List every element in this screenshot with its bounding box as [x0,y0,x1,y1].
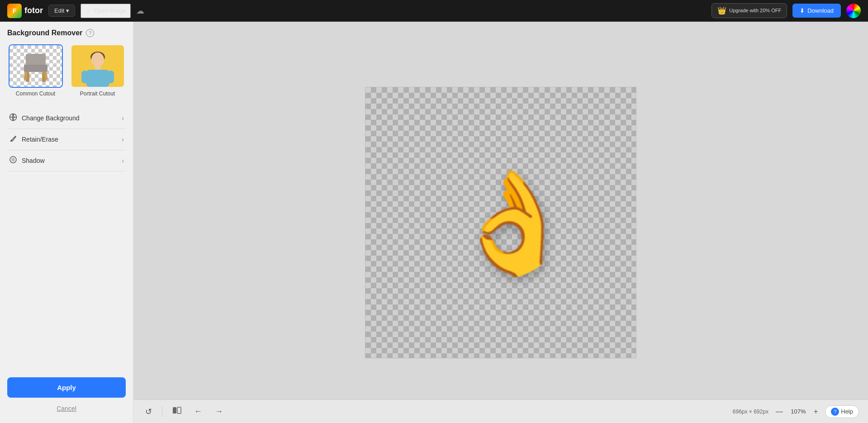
bottom-toolbar-left: ↺ ← → [142,403,226,420]
zoom-controls: — 107% + [772,406,821,418]
change-background-label: Change Background [22,114,80,122]
tools-list: Change Background › Retain/Erase › [7,108,126,171]
download-button[interactable]: ⬇ Download [792,4,841,18]
zoom-in-button[interactable]: + [810,406,821,418]
image-dimensions: 696px × 692px [733,409,768,415]
help-button[interactable]: ? Help [825,405,859,418]
edit-button[interactable]: Edit ▾ [48,5,75,17]
svg-rect-17 [173,407,176,413]
zoom-level: 107% [789,408,807,415]
chevron-down-icon: ▾ [66,7,69,14]
shadow-chevron: › [122,157,124,164]
plus-icon: ＋ [85,7,91,15]
retain-erase-option[interactable]: Retain/Erase › [7,129,126,150]
crown-icon: 👑 [717,6,726,15]
canvas-area: 👌 ↺ ← → 696px × 692px — 10 [133,22,868,423]
toolbar-divider-1 [162,406,162,417]
svg-point-7 [91,52,104,67]
hand-emoji: 👌 [451,173,575,272]
split-view-button[interactable] [170,403,184,420]
person-illustration [80,46,116,87]
svg-rect-8 [95,66,100,70]
shadow-option[interactable]: Shadow › [7,150,126,171]
sidebar: Background Remover ? [0,22,133,423]
help-circle-icon: ? [831,408,839,416]
svg-point-16 [11,158,15,162]
chair-illustration [18,48,54,84]
common-cutout-card[interactable]: Common Cutout [7,44,64,97]
color-wheel[interactable] [846,4,861,18]
change-background-icon [9,113,17,123]
svg-rect-1 [24,65,47,72]
bottom-toolbar-right: 696px × 692px — 107% + ? Help [733,405,859,418]
cloud-icon[interactable]: ☁ [136,6,144,16]
topbar: F fotor Edit ▾ ＋ Open Image ☁ 👑 Upgrade … [0,0,868,22]
bottom-toolbar: ↺ ← → 696px × 692px — 107% + [133,399,868,423]
sidebar-spacer [7,171,126,377]
topbar-left: F fotor Edit ▾ ＋ Open Image ☁ [7,4,144,18]
svg-rect-11 [108,71,114,83]
back-button[interactable]: ← [191,404,205,419]
sidebar-title: Background Remover ? [7,29,126,37]
fotor-logo-text: fotor [24,6,43,15]
shadow-icon [9,156,17,166]
undo-button[interactable]: ↺ [142,404,155,419]
svg-rect-0 [26,54,46,66]
apply-button[interactable]: Apply [7,377,126,398]
main-layout: Background Remover ? [0,22,868,423]
change-background-chevron: › [122,114,124,122]
topbar-right: 👑 Upgrade with 20% OFF ⬇ Download [711,3,861,18]
shadow-label: Shadow [22,157,45,164]
fotor-logo-icon: F [7,4,22,18]
open-image-button[interactable]: ＋ Open Image [81,4,131,18]
common-cutout-inner [9,45,62,87]
cutout-options: Common Cutout [7,44,126,97]
svg-rect-18 [177,407,181,413]
common-cutout-thumbnail [9,44,63,88]
svg-rect-10 [81,71,88,83]
retain-erase-icon [9,134,17,144]
retain-erase-chevron: › [122,136,124,143]
portrait-cutout-thumbnail [71,44,125,88]
portrait-cutout-inner [71,45,124,87]
forward-button[interactable]: → [212,404,226,419]
change-background-option[interactable]: Change Background › [7,108,126,129]
common-cutout-label: Common Cutout [16,90,55,97]
help-icon[interactable]: ? [86,29,94,37]
retain-erase-label: Retain/Erase [22,136,58,143]
canvas-wrapper: 👌 [365,87,636,358]
sidebar-heading: Background Remover [7,29,82,37]
portrait-cutout-card[interactable]: Portrait Cutout [69,44,126,97]
portrait-cutout-label: Portrait Cutout [80,90,115,97]
svg-rect-9 [86,70,109,87]
download-icon: ⬇ [800,7,805,14]
fotor-logo: F fotor [7,4,43,18]
cancel-button[interactable]: Cancel [7,401,126,416]
zoom-out-button[interactable]: — [772,406,787,418]
upgrade-button[interactable]: 👑 Upgrade with 20% OFF [711,3,787,18]
split-view-icon [172,406,181,415]
